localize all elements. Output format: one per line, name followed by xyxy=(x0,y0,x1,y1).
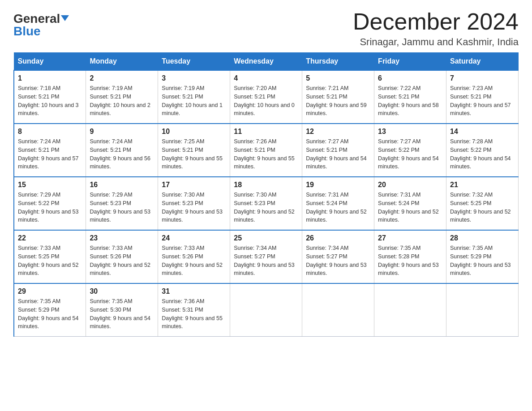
calendar-day-cell: 13Sunrise: 7:27 AMSunset: 5:22 PMDayligh… xyxy=(374,124,446,177)
weekday-header-monday: Monday xyxy=(86,53,158,71)
calendar-day-cell: 21Sunrise: 7:32 AMSunset: 5:25 PMDayligh… xyxy=(446,177,519,230)
month-title: December 2024 xyxy=(353,9,519,34)
day-number: 10 xyxy=(162,128,226,136)
calendar-day-cell: 6Sunrise: 7:22 AMSunset: 5:21 PMDaylight… xyxy=(374,70,446,124)
calendar-day-cell: 29Sunrise: 7:35 AMSunset: 5:29 PMDayligh… xyxy=(14,283,86,337)
day-info: Sunrise: 7:31 AMSunset: 5:24 PMDaylight:… xyxy=(306,191,370,224)
day-number: 24 xyxy=(162,234,226,242)
day-number: 3 xyxy=(162,74,226,82)
day-info: Sunrise: 7:36 AMSunset: 5:31 PMDaylight:… xyxy=(162,297,226,331)
day-info: Sunrise: 7:32 AMSunset: 5:25 PMDaylight:… xyxy=(450,191,515,224)
day-number: 14 xyxy=(450,128,515,136)
day-info: Sunrise: 7:25 AMSunset: 5:21 PMDaylight:… xyxy=(162,137,226,171)
weekday-header-row: SundayMondayTuesdayWednesdayThursdayFrid… xyxy=(14,53,519,71)
calendar-day-cell: 24Sunrise: 7:33 AMSunset: 5:26 PMDayligh… xyxy=(158,230,230,283)
calendar-day-cell: 8Sunrise: 7:24 AMSunset: 5:21 PMDaylight… xyxy=(14,124,86,177)
day-number: 5 xyxy=(306,74,370,82)
calendar-day-cell: 26Sunrise: 7:34 AMSunset: 5:27 PMDayligh… xyxy=(302,230,374,283)
calendar-day-cell: 14Sunrise: 7:28 AMSunset: 5:22 PMDayligh… xyxy=(446,124,519,177)
calendar-day-cell: 25Sunrise: 7:34 AMSunset: 5:27 PMDayligh… xyxy=(230,230,302,283)
calendar-day-cell: 17Sunrise: 7:30 AMSunset: 5:23 PMDayligh… xyxy=(158,177,230,230)
day-number: 1 xyxy=(18,74,82,82)
logo: General Blue xyxy=(13,9,69,38)
calendar-day-cell: 1Sunrise: 7:18 AMSunset: 5:21 PMDaylight… xyxy=(14,70,86,124)
logo-triangle-icon xyxy=(61,15,69,21)
weekday-header-thursday: Thursday xyxy=(302,53,374,71)
calendar-day-cell: 28Sunrise: 7:35 AMSunset: 5:29 PMDayligh… xyxy=(446,230,519,283)
day-number: 23 xyxy=(90,234,154,242)
day-info: Sunrise: 7:30 AMSunset: 5:23 PMDaylight:… xyxy=(162,191,226,224)
day-info: Sunrise: 7:18 AMSunset: 5:21 PMDaylight:… xyxy=(18,84,82,118)
day-number: 26 xyxy=(306,234,370,242)
calendar-day-cell: 20Sunrise: 7:31 AMSunset: 5:24 PMDayligh… xyxy=(374,177,446,230)
day-info: Sunrise: 7:33 AMSunset: 5:25 PMDaylight:… xyxy=(18,244,82,278)
day-info: Sunrise: 7:33 AMSunset: 5:26 PMDaylight:… xyxy=(162,244,226,278)
day-info: Sunrise: 7:22 AMSunset: 5:21 PMDaylight:… xyxy=(378,84,442,118)
day-number: 7 xyxy=(450,74,515,82)
day-number: 17 xyxy=(162,181,226,189)
calendar-week-row: 22Sunrise: 7:33 AMSunset: 5:25 PMDayligh… xyxy=(14,230,519,283)
calendar-day-cell: 19Sunrise: 7:31 AMSunset: 5:24 PMDayligh… xyxy=(302,177,374,230)
day-number: 30 xyxy=(90,287,154,295)
page-header: General Blue December 2024 Srinagar, Jam… xyxy=(13,9,519,48)
day-info: Sunrise: 7:29 AMSunset: 5:22 PMDaylight:… xyxy=(18,191,82,224)
calendar-day-cell: 10Sunrise: 7:25 AMSunset: 5:21 PMDayligh… xyxy=(158,124,230,177)
day-info: Sunrise: 7:35 AMSunset: 5:28 PMDaylight:… xyxy=(378,244,442,278)
day-number: 11 xyxy=(234,128,298,136)
day-number: 16 xyxy=(90,181,154,189)
day-info: Sunrise: 7:27 AMSunset: 5:21 PMDaylight:… xyxy=(306,137,370,171)
day-number: 4 xyxy=(234,74,298,82)
calendar-day-cell: 18Sunrise: 7:30 AMSunset: 5:23 PMDayligh… xyxy=(230,177,302,230)
day-number: 2 xyxy=(90,74,154,82)
title-block: December 2024 Srinagar, Jammu and Kashmi… xyxy=(353,9,519,48)
day-info: Sunrise: 7:35 AMSunset: 5:30 PMDaylight:… xyxy=(90,297,154,331)
calendar-day-cell: 5Sunrise: 7:21 AMSunset: 5:21 PMDaylight… xyxy=(302,70,374,124)
calendar-week-row: 8Sunrise: 7:24 AMSunset: 5:21 PMDaylight… xyxy=(14,124,519,177)
weekday-header-wednesday: Wednesday xyxy=(230,53,302,71)
day-info: Sunrise: 7:29 AMSunset: 5:23 PMDaylight:… xyxy=(90,191,154,224)
day-info: Sunrise: 7:33 AMSunset: 5:26 PMDaylight:… xyxy=(90,244,154,278)
calendar-week-row: 1Sunrise: 7:18 AMSunset: 5:21 PMDaylight… xyxy=(14,70,519,124)
day-info: Sunrise: 7:23 AMSunset: 5:21 PMDaylight:… xyxy=(450,84,515,118)
day-number: 20 xyxy=(378,181,442,189)
day-info: Sunrise: 7:34 AMSunset: 5:27 PMDaylight:… xyxy=(234,244,298,278)
calendar-day-cell: 31Sunrise: 7:36 AMSunset: 5:31 PMDayligh… xyxy=(158,283,230,337)
day-number: 15 xyxy=(18,181,82,189)
day-info: Sunrise: 7:27 AMSunset: 5:22 PMDaylight:… xyxy=(378,137,442,171)
day-number: 8 xyxy=(18,128,82,136)
day-info: Sunrise: 7:24 AMSunset: 5:21 PMDaylight:… xyxy=(90,137,154,171)
calendar-day-cell: 22Sunrise: 7:33 AMSunset: 5:25 PMDayligh… xyxy=(14,230,86,283)
calendar-table: SundayMondayTuesdayWednesdayThursdayFrid… xyxy=(13,52,519,337)
day-info: Sunrise: 7:19 AMSunset: 5:21 PMDaylight:… xyxy=(90,84,154,118)
location-subtitle: Srinagar, Jammu and Kashmir, India xyxy=(353,36,519,48)
weekday-header-tuesday: Tuesday xyxy=(158,53,230,71)
day-info: Sunrise: 7:34 AMSunset: 5:27 PMDaylight:… xyxy=(306,244,370,278)
day-number: 9 xyxy=(90,128,154,136)
calendar-day-cell: 15Sunrise: 7:29 AMSunset: 5:22 PMDayligh… xyxy=(14,177,86,230)
day-number: 28 xyxy=(450,234,515,242)
day-info: Sunrise: 7:21 AMSunset: 5:21 PMDaylight:… xyxy=(306,84,370,118)
day-info: Sunrise: 7:24 AMSunset: 5:21 PMDaylight:… xyxy=(18,137,82,171)
weekday-header-friday: Friday xyxy=(374,53,446,71)
day-info: Sunrise: 7:20 AMSunset: 5:21 PMDaylight:… xyxy=(234,84,298,118)
day-info: Sunrise: 7:31 AMSunset: 5:24 PMDaylight:… xyxy=(378,191,442,224)
calendar-day-cell: 4Sunrise: 7:20 AMSunset: 5:21 PMDaylight… xyxy=(230,70,302,124)
day-number: 12 xyxy=(306,128,370,136)
day-info: Sunrise: 7:35 AMSunset: 5:29 PMDaylight:… xyxy=(450,244,515,278)
logo-general-text: General xyxy=(13,13,60,25)
calendar-day-cell: 3Sunrise: 7:19 AMSunset: 5:21 PMDaylight… xyxy=(158,70,230,124)
day-number: 21 xyxy=(450,181,515,189)
day-info: Sunrise: 7:28 AMSunset: 5:22 PMDaylight:… xyxy=(450,137,515,171)
calendar-week-row: 29Sunrise: 7:35 AMSunset: 5:29 PMDayligh… xyxy=(14,283,519,337)
calendar-day-cell: 27Sunrise: 7:35 AMSunset: 5:28 PMDayligh… xyxy=(374,230,446,283)
day-number: 31 xyxy=(162,287,226,295)
calendar-day-cell xyxy=(374,283,446,337)
calendar-day-cell: 23Sunrise: 7:33 AMSunset: 5:26 PMDayligh… xyxy=(86,230,158,283)
day-info: Sunrise: 7:30 AMSunset: 5:23 PMDaylight:… xyxy=(234,191,298,224)
calendar-day-cell: 11Sunrise: 7:26 AMSunset: 5:21 PMDayligh… xyxy=(230,124,302,177)
weekday-header-saturday: Saturday xyxy=(446,53,519,71)
calendar-day-cell xyxy=(230,283,302,337)
day-info: Sunrise: 7:26 AMSunset: 5:21 PMDaylight:… xyxy=(234,137,298,171)
day-number: 22 xyxy=(18,234,82,242)
calendar-day-cell: 7Sunrise: 7:23 AMSunset: 5:21 PMDaylight… xyxy=(446,70,519,124)
